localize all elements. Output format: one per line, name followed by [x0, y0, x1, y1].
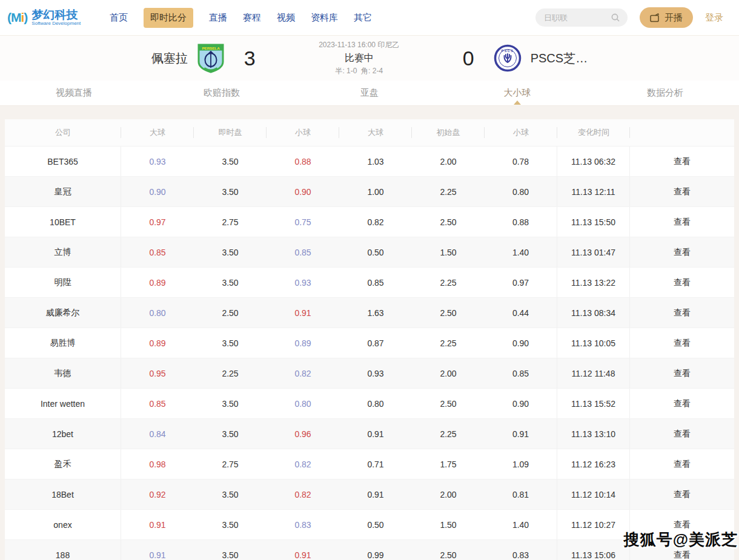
column-header-5: 初始盘	[412, 119, 485, 146]
change-time-cell: 11.13 12:11	[557, 177, 630, 206]
company-cell: 皇冠	[5, 177, 121, 206]
initial-odds-cell: 2.25	[412, 419, 485, 449]
site-logo[interactable]: (Mi) 梦幻科技 Software Development	[7, 9, 93, 26]
start-broadcast-button[interactable]: 开播	[640, 7, 693, 28]
section-tabs: 视频直播欧赔指数亚盘大小球数据分析	[0, 81, 739, 106]
initial-odds-cell: 0.71	[339, 449, 412, 479]
view-link[interactable]: 查看	[674, 217, 691, 228]
initial-odds-cell: 2.25	[412, 177, 485, 206]
search-icon[interactable]	[611, 13, 620, 22]
view-link[interactable]: 查看	[674, 277, 691, 288]
initial-odds-cell: 2.00	[412, 479, 485, 509]
table-row: 12bet0.843.500.960.912.250.9111.13 13:10…	[5, 418, 734, 449]
view-link[interactable]: 查看	[674, 459, 691, 470]
company-cell: 立博	[5, 237, 121, 267]
view-link[interactable]: 查看	[674, 519, 691, 530]
live-odds-cell: 0.88	[267, 147, 339, 176]
company-cell: 明陞	[5, 268, 121, 297]
live-odds-cell: 3.50	[194, 268, 267, 297]
view-link[interactable]: 查看	[674, 429, 691, 440]
initial-odds-cell: 0.90	[485, 328, 557, 358]
live-odds-cell: 0.92	[121, 479, 194, 509]
view-cell: 查看	[630, 177, 734, 206]
table-row: 威廉希尔0.802.500.911.632.500.4411.13 08:34查…	[5, 297, 734, 328]
tab-over-under[interactable]: 大小球	[443, 81, 591, 105]
view-cell: 查看	[630, 298, 734, 328]
login-link[interactable]: 登录	[705, 12, 723, 24]
initial-odds-cell: 0.82	[339, 207, 412, 237]
live-odds-cell: 0.80	[121, 298, 194, 328]
change-time-cell: 11.13 15:50	[557, 207, 630, 237]
nav-item-video[interactable]: 视频	[277, 12, 295, 24]
initial-odds-cell: 0.91	[339, 419, 412, 449]
view-link[interactable]: 查看	[674, 398, 691, 409]
company-cell: 威廉希尔	[5, 298, 121, 328]
column-header-0: 公司	[5, 119, 121, 146]
tab-data-analysis[interactable]: 数据分析	[591, 81, 739, 105]
tab-euro-odds[interactable]: 欧赔指数	[148, 81, 296, 105]
initial-odds-cell: 0.88	[485, 207, 557, 237]
live-odds-cell: 0.82	[267, 358, 339, 388]
logo-text: 梦幻科技 Software Development	[31, 9, 81, 26]
table-row: 韦德0.952.250.820.932.000.8511.12 11:48查看	[5, 358, 734, 388]
initial-odds-cell: 1.50	[412, 510, 485, 539]
initial-odds-cell: 0.87	[339, 328, 412, 358]
table-row: 立博0.853.500.850.501.501.4011.13 01:47查看	[5, 237, 734, 267]
search-input[interactable]	[543, 13, 611, 23]
live-odds-cell: 0.85	[121, 389, 194, 418]
table-row: Inter wetten0.853.500.800.802.500.9011.1…	[5, 388, 734, 418]
view-link[interactable]: 查看	[674, 338, 691, 349]
logo-subtitle: Software Development	[31, 21, 81, 26]
initial-odds-cell: 0.85	[485, 358, 557, 388]
view-link[interactable]: 查看	[674, 247, 691, 258]
live-odds-cell: 0.93	[121, 147, 194, 176]
change-time-cell: 11.13 15:06	[557, 540, 630, 560]
view-link[interactable]: 查看	[674, 368, 691, 379]
view-cell: 查看	[630, 389, 734, 418]
company-cell: 12bet	[5, 419, 121, 449]
home-team: 佩塞拉 PERSELA	[151, 43, 225, 73]
nav-item-live[interactable]: 直播	[209, 12, 227, 24]
tab-asian-handicap[interactable]: 亚盘	[296, 81, 443, 105]
top-bar: (Mi) 梦幻科技 Software Development 首页即时比分直播赛…	[0, 0, 739, 35]
nav-item-home[interactable]: 首页	[110, 12, 128, 24]
initial-odds-cell: 2.25	[412, 268, 485, 297]
initial-odds-cell: 2.00	[412, 358, 485, 388]
live-odds-cell: 2.25	[194, 358, 267, 388]
live-odds-cell: 0.85	[121, 237, 194, 267]
view-link[interactable]: 查看	[674, 308, 691, 318]
live-odds-cell: 0.90	[267, 177, 339, 206]
view-cell: 查看	[630, 449, 734, 479]
view-link[interactable]: 查看	[674, 489, 691, 500]
match-info: 2023-11-13 16:00 印尼乙 比赛中 半: 1-0 角: 2-4	[290, 40, 429, 76]
live-odds-cell: 0.97	[121, 207, 194, 237]
initial-odds-cell: 0.85	[339, 268, 412, 297]
column-header-2: 即时盘	[194, 119, 267, 146]
logo-mark-icon: (Mi)	[7, 10, 27, 25]
nav-item-database[interactable]: 资料库	[311, 12, 338, 24]
table-row: 明陞0.893.500.930.852.250.9711.13 13:22查看	[5, 267, 734, 297]
live-odds-cell: 3.50	[194, 479, 267, 509]
view-link[interactable]: 查看	[674, 550, 691, 560]
nav-item-live-score[interactable]: 即时比分	[144, 8, 193, 28]
search-box[interactable]	[535, 8, 628, 27]
live-odds-cell: 3.50	[194, 540, 267, 560]
tab-video-live[interactable]: 视频直播	[0, 81, 148, 105]
initial-odds-cell: 2.50	[412, 298, 485, 328]
company-cell: BET365	[5, 147, 121, 176]
company-cell: 18Bet	[5, 479, 121, 509]
table-body: BET3650.933.500.881.032.000.7811.13 06:3…	[5, 146, 734, 560]
table-row: 盈禾0.982.750.820.711.751.0911.12 16:23查看	[5, 449, 734, 479]
nav-item-other[interactable]: 其它	[354, 12, 372, 24]
view-cell: 查看	[630, 358, 734, 388]
company-cell: 188	[5, 540, 121, 560]
nav-item-schedule[interactable]: 赛程	[243, 12, 261, 24]
initial-odds-cell: 2.50	[412, 389, 485, 418]
initial-odds-cell: 0.80	[485, 177, 557, 206]
initial-odds-cell: 0.90	[485, 389, 557, 418]
column-header-1: 大球	[121, 119, 194, 146]
view-link[interactable]: 查看	[674, 186, 691, 197]
view-link[interactable]: 查看	[674, 156, 691, 167]
svg-text:PSCS: PSCS	[501, 49, 514, 53]
live-odds-cell: 0.89	[121, 328, 194, 358]
